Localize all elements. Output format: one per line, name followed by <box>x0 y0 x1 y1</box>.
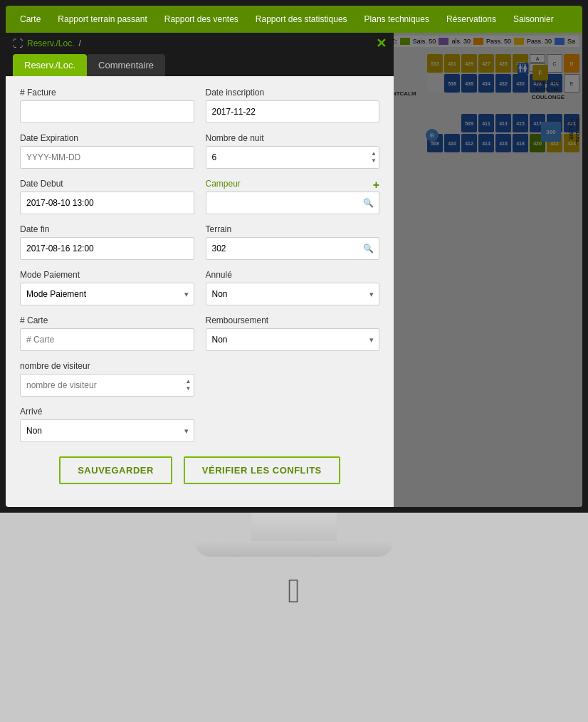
form-col-annule: Annulé Non Oui <box>206 270 380 305</box>
nav-reservations[interactable]: Réservations <box>438 6 505 33</box>
imac-stand-neck <box>251 513 337 541</box>
top-navigation: Carte Rapport terrain passant Rapport de… <box>6 6 582 33</box>
nombre-nuit-label: Nombre de nuit <box>206 133 380 143</box>
form-col-arrive: Arrivé Non Oui <box>20 407 194 442</box>
carte-label: # Carte <box>20 315 194 325</box>
arrive-select[interactable]: Non Oui <box>20 419 194 442</box>
form-col-campeur: Campeur + 🔍 <box>206 179 380 214</box>
mode-paiement-wrapper: Mode Paiement <box>20 283 194 305</box>
visiteur-label: nombre de visiteur <box>20 361 194 371</box>
form-col-date-inscription: Date inscription <box>206 88 380 123</box>
nav-saisonnier[interactable]: Saisonnier <box>505 6 562 33</box>
annule-label: Annulé <box>206 270 380 280</box>
form-col-mode-paiement: Mode Paiement Mode Paiement <box>20 270 194 305</box>
form-col-nombre-nuit: Nombre de nuit ▲ ▼ <box>206 133 380 169</box>
apple-logo:  <box>288 557 300 617</box>
date-inscription-input[interactable] <box>206 100 380 123</box>
modal-header-left: ⛶ Reserv./Loc. / <box>13 38 81 49</box>
modal-actions: SAUVEGARDER VÉRIFIER LES CONFLITS <box>20 456 379 484</box>
nav-rapport-terrain[interactable]: Rapport terrain passant <box>49 6 155 33</box>
remboursement-select[interactable]: Non Oui <box>206 328 380 351</box>
campeur-input-wrapper: 🔍 <box>206 192 380 214</box>
annule-wrapper: Non Oui <box>206 283 380 305</box>
nombre-nuit-wrapper: ▲ ▼ <box>206 146 380 169</box>
terrain-input-wrapper: 🔍 <box>206 237 380 260</box>
modal-header: ⛶ Reserv./Loc. / ✕ <box>6 33 394 54</box>
arrive-label: Arrivé <box>20 407 194 417</box>
mode-paiement-select[interactable]: Mode Paiement <box>20 283 194 305</box>
date-debut-input[interactable] <box>20 192 194 214</box>
modal-form-body: # Facture Date inscription Date Ex <box>6 76 394 507</box>
visiteur-spinner-down[interactable]: ▼ <box>184 385 193 392</box>
spinner-down[interactable]: ▼ <box>369 157 378 164</box>
terrain-input[interactable] <box>206 237 380 260</box>
modal-tabs: Reserv./Loc. Commentaire <box>6 54 394 76</box>
date-fin-input[interactable] <box>20 237 194 260</box>
form-col-empty-2 <box>206 407 380 442</box>
save-button[interactable]: SAUVEGARDER <box>59 456 172 484</box>
form-row-8: Arrivé Non Oui <box>20 407 379 442</box>
visiteur-input[interactable] <box>20 374 194 397</box>
reservation-modal: ⛶ Reserv./Loc. / ✕ Reserv./Loc. Commenta… <box>6 33 394 507</box>
visiteur-spinner-up[interactable]: ▲ <box>184 378 193 385</box>
expand-icon[interactable]: ⛶ <box>13 38 23 49</box>
form-col-date-expiration: Date Expiration <box>20 133 194 169</box>
mode-paiement-label: Mode Paiement <box>20 270 194 280</box>
form-col-facture: # Facture <box>20 88 194 123</box>
tab-reserv-loc[interactable]: Reserv./Loc. <box>13 54 87 76</box>
tab-commentaire[interactable]: Commentaire <box>87 54 165 76</box>
annule-select[interactable]: Non Oui <box>206 283 380 305</box>
form-row-1: # Facture Date inscription <box>20 88 379 123</box>
date-debut-label: Date Debut <box>20 179 194 189</box>
form-row-4: Date fin Terrain 🔍 <box>20 224 379 260</box>
form-row-6: # Carte Remboursement Non Oui <box>20 315 379 351</box>
main-area: vid 227 NTIER 218 I-IV 218 G 277 TYPE: S… <box>6 33 582 507</box>
imac-screen: Carte Rapport terrain passant Rapport de… <box>0 0 588 513</box>
terrain-search-icon[interactable]: 🔍 <box>363 244 374 253</box>
form-row-3: Date Debut Campeur + 🔍 <box>20 179 379 214</box>
spinner-up[interactable]: ▲ <box>369 150 378 157</box>
facture-label: # Facture <box>20 88 194 98</box>
visiteur-spinner: ▲ ▼ <box>184 374 193 397</box>
nav-rapport-stats[interactable]: Rapport des statistiques <box>247 6 356 33</box>
date-expiration-input[interactable] <box>20 146 194 169</box>
date-fin-label: Date fin <box>20 224 194 234</box>
campeur-label-row: Campeur + <box>206 179 380 192</box>
form-row-5: Mode Paiement Mode Paiement Annulé <box>20 270 379 305</box>
visiteur-input-wrapper: ▲ ▼ <box>20 374 194 397</box>
campeur-input[interactable] <box>206 192 380 214</box>
form-col-terrain: Terrain 🔍 <box>206 224 380 260</box>
remboursement-label: Remboursement <box>206 315 380 325</box>
nav-plans-techniques[interactable]: Plans techniques <box>356 6 438 33</box>
breadcrumb[interactable]: Reserv./Loc. <box>27 38 74 48</box>
nav-carte[interactable]: Carte <box>11 6 49 33</box>
spinner-arrows: ▲ ▼ <box>369 146 378 169</box>
terrain-label: Terrain <box>206 224 380 234</box>
arrive-wrapper: Non Oui <box>20 419 194 442</box>
form-row-7: nombre de visiteur ▲ ▼ <box>20 361 379 397</box>
form-col-remboursement: Remboursement Non Oui <box>206 315 380 351</box>
campeur-search-icon[interactable]: 🔍 <box>363 198 374 208</box>
nombre-nuit-input[interactable] <box>206 146 380 169</box>
breadcrumb-separator: / <box>78 38 80 48</box>
nav-rapport-ventes[interactable]: Rapport des ventes <box>156 6 247 33</box>
verify-button[interactable]: VÉRIFIER LES CONFLITS <box>184 456 340 484</box>
date-inscription-label: Date inscription <box>206 88 380 98</box>
campeur-label: Campeur <box>206 179 241 189</box>
screen-bezel: Carte Rapport terrain passant Rapport de… <box>6 6 582 507</box>
form-col-visiteur: nombre de visiteur ▲ ▼ <box>20 361 194 397</box>
date-expiration-label: Date Expiration <box>20 133 194 143</box>
campeur-add-icon[interactable]: + <box>373 179 379 192</box>
form-row-2: Date Expiration Nombre de nuit ▲ ▼ <box>20 133 379 169</box>
close-button[interactable]: ✕ <box>376 37 387 50</box>
form-col-carte: # Carte <box>20 315 194 351</box>
imac-stand-base <box>194 541 394 557</box>
form-col-date-debut: Date Debut <box>20 179 194 214</box>
form-col-empty <box>206 361 380 397</box>
remboursement-wrapper: Non Oui <box>206 328 380 351</box>
modal-overlay: ⛶ Reserv./Loc. / ✕ Reserv./Loc. Commenta… <box>6 33 582 507</box>
carte-input[interactable] <box>20 328 194 351</box>
facture-input[interactable] <box>20 100 194 123</box>
form-col-date-fin: Date fin <box>20 224 194 260</box>
